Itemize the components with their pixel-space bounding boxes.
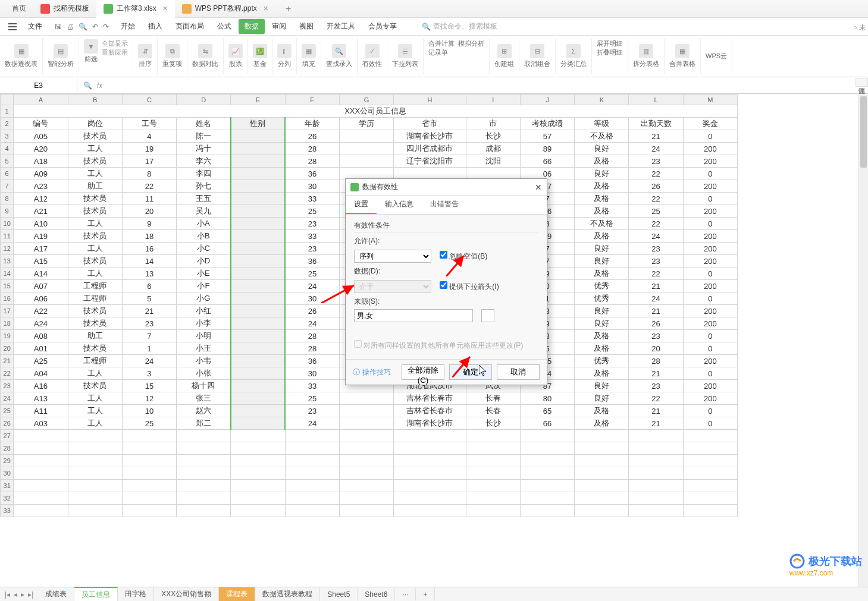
top-tab-workbook[interactable]: 工作簿3.xlsx✕: [96, 0, 175, 18]
cell[interactable]: 及格: [575, 330, 629, 342]
cell[interactable]: 辽宁省沈阳市: [394, 155, 466, 168]
cell[interactable]: 23: [285, 218, 339, 230]
cell[interactable]: 36: [285, 168, 339, 180]
cell[interactable]: 26: [629, 317, 683, 330]
cell[interactable]: 24: [629, 230, 683, 243]
row-header[interactable]: 11: [1, 230, 14, 243]
cell[interactable]: 沈阳: [466, 155, 520, 168]
cell[interactable]: [231, 380, 285, 392]
menu-view[interactable]: 视图: [293, 19, 319, 34]
cell[interactable]: 助工: [68, 180, 122, 193]
sheet-tab-more-icon[interactable]: ···: [395, 589, 416, 600]
cell[interactable]: 考核成绩: [520, 118, 574, 130]
cell[interactable]: 杨十四: [177, 380, 231, 392]
cell[interactable]: 25: [285, 392, 339, 405]
cell[interactable]: [629, 430, 683, 442]
row-header[interactable]: 8: [1, 193, 14, 205]
cell[interactable]: 23: [629, 255, 683, 268]
cell[interactable]: [466, 442, 520, 455]
cell[interactable]: [231, 168, 285, 180]
row-header[interactable]: 28: [1, 442, 14, 455]
cell[interactable]: 21: [629, 367, 683, 380]
col-header[interactable]: K: [575, 95, 629, 105]
cell[interactable]: [122, 505, 176, 517]
cell[interactable]: 18: [122, 230, 176, 243]
cell[interactable]: 11: [122, 193, 176, 205]
menu-member[interactable]: 会员专享: [362, 19, 403, 34]
cell[interactable]: 200: [683, 230, 737, 243]
filter-button[interactable]: ▼筛选: [84, 39, 98, 64]
cell[interactable]: 0: [683, 330, 737, 342]
cell[interactable]: [122, 480, 176, 492]
cell[interactable]: 15: [122, 380, 176, 392]
row-header[interactable]: 27: [1, 430, 14, 442]
cell[interactable]: [575, 430, 629, 442]
cell[interactable]: 工号: [122, 118, 176, 130]
cell[interactable]: [231, 330, 285, 342]
row-header[interactable]: 13: [1, 255, 14, 268]
cell[interactable]: [231, 467, 285, 480]
cell[interactable]: [575, 442, 629, 455]
cell[interactable]: [231, 218, 285, 230]
cell[interactable]: 28: [629, 355, 683, 367]
sheet-tab-active[interactable]: 员工信息: [74, 587, 118, 601]
cell[interactable]: 0: [683, 367, 737, 380]
cell[interactable]: 0: [683, 268, 737, 280]
cell[interactable]: [231, 205, 285, 218]
cell[interactable]: 及格: [575, 230, 629, 243]
cell[interactable]: [520, 442, 574, 455]
cell[interactable]: A18: [14, 155, 68, 168]
col-header[interactable]: D: [177, 95, 231, 105]
cell[interactable]: [285, 442, 339, 455]
cell[interactable]: [68, 467, 122, 480]
cell[interactable]: 孙七: [177, 180, 231, 193]
cell[interactable]: [231, 455, 285, 467]
cell[interactable]: 出勤天数: [629, 118, 683, 130]
cell[interactable]: [285, 505, 339, 517]
cell[interactable]: [520, 455, 574, 467]
cell[interactable]: 28: [285, 342, 339, 355]
row-header[interactable]: 22: [1, 367, 14, 380]
cell[interactable]: 王五: [177, 193, 231, 205]
cell[interactable]: A14: [14, 268, 68, 280]
lookup-button[interactable]: 🔍查找录入: [321, 38, 358, 74]
cell[interactable]: 0: [683, 218, 737, 230]
search-icon[interactable]: 🔍: [83, 81, 92, 90]
cell[interactable]: [285, 480, 339, 492]
preview-icon[interactable]: 🔍: [79, 23, 87, 31]
cell[interactable]: [68, 480, 122, 492]
cell[interactable]: [339, 467, 393, 480]
top-tab-home[interactable]: 首页: [5, 0, 33, 18]
cell[interactable]: [231, 405, 285, 417]
cell[interactable]: 3: [122, 367, 176, 380]
cell[interactable]: 技术员: [68, 193, 122, 205]
cell[interactable]: 200: [683, 143, 737, 155]
cell[interactable]: 89: [520, 143, 574, 155]
top-tab-ppt[interactable]: WPS PPT教程.pptx✕: [175, 0, 275, 18]
cell[interactable]: 26: [629, 180, 683, 193]
split-button[interactable]: ⫿分列: [272, 38, 297, 74]
col-header[interactable]: I: [466, 95, 520, 105]
cell[interactable]: 26: [285, 130, 339, 143]
dialog-tab-error[interactable]: 出错警告: [422, 196, 467, 214]
cell[interactable]: [231, 367, 285, 380]
cell[interactable]: 16: [122, 243, 176, 255]
cell[interactable]: [339, 405, 393, 417]
cell[interactable]: [14, 442, 68, 455]
cell[interactable]: [285, 467, 339, 480]
row-header[interactable]: 23: [1, 380, 14, 392]
cell[interactable]: 6: [122, 280, 176, 292]
merge-calc-button[interactable]: 合并计算: [428, 39, 455, 48]
add-sheet-icon[interactable]: +: [416, 589, 435, 600]
cell[interactable]: 66: [520, 155, 574, 168]
cell[interactable]: 200: [683, 180, 737, 193]
row-header[interactable]: 12: [1, 243, 14, 255]
cell[interactable]: 24: [629, 143, 683, 155]
cell[interactable]: 33: [285, 380, 339, 392]
vertical-scrollbar[interactable]: [858, 95, 868, 587]
apply-all-checkbox[interactable]: 对所有同样设置的其他所有单元格应用这些更改(P): [354, 340, 538, 351]
cell[interactable]: 技术员: [68, 130, 122, 143]
cell[interactable]: [231, 130, 285, 143]
cell[interactable]: [339, 430, 393, 442]
cell[interactable]: [339, 505, 393, 517]
